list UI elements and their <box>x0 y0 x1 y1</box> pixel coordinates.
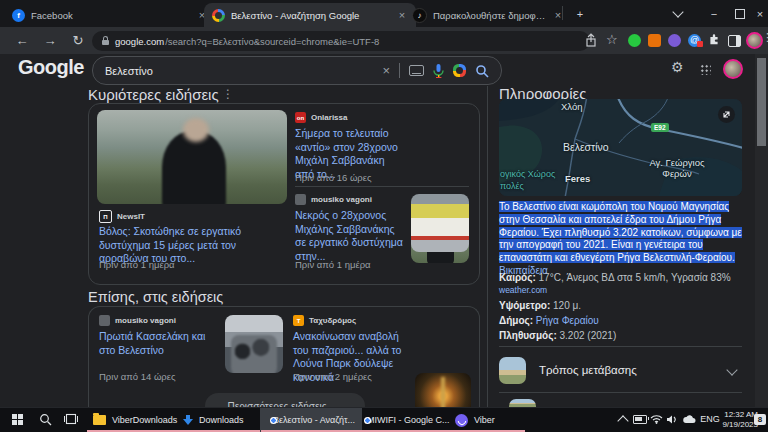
article-title[interactable]: Νεκρός ο 28χρονος Μιχάλης Σαββανάκης σε … <box>295 209 405 263</box>
taskbar-search-icon[interactable] <box>32 407 58 431</box>
article-time: Πριν από 2 ημέρες <box>293 371 372 382</box>
browser-profile-avatar[interactable] <box>746 32 763 49</box>
settings-gear-icon[interactable]: ⚙ <box>671 59 684 75</box>
window-chevron-icon[interactable] <box>664 0 692 27</box>
municipality-link[interactable]: Ρήγα Φεραίου <box>536 315 599 326</box>
battery-icon[interactable] <box>632 407 648 431</box>
source-name: mousiko vagoni <box>115 316 176 325</box>
fact-population: Πληθυσμός: 3.202 (2021) <box>499 330 616 341</box>
fact-municipality: Δήμος: Ρήγα Φεραίου <box>499 315 599 326</box>
voice-search-icon[interactable] <box>433 64 444 78</box>
extension-green-icon[interactable] <box>628 34 641 47</box>
speaker-icon[interactable] <box>664 407 679 431</box>
browser-menu-kebab-icon[interactable]: ⋮ <box>762 31 768 44</box>
map[interactable]: Χλόη Βελεστίνο Αγ. Γεώργιος Φερών Feres … <box>499 99 742 196</box>
map-graphic <box>499 99 742 196</box>
screen: f Facebook × Βελεστίνο - Αναζήτηση Googl… <box>0 0 768 432</box>
tab-title: Παρακολουθήστε δημοφιλή βίν <box>433 10 546 21</box>
weather-source-link[interactable]: weather.com <box>499 285 547 295</box>
fact-weather: Καιρός: 17°C, Άνεμος ΒΔ στα 5 km/h, Υγρα… <box>499 272 731 283</box>
article-thumbnail[interactable] <box>411 194 469 252</box>
action-center-icon[interactable]: 8 <box>752 407 768 431</box>
fact-label: Πληθυσμός: <box>499 330 557 341</box>
app-label: ViberDownloads <box>112 415 177 425</box>
share-icon[interactable] <box>584 33 598 48</box>
search-query[interactable]: Βελεστίνο <box>105 65 373 77</box>
mousiko-vagoni-icon <box>99 315 110 326</box>
window-maximize-button[interactable] <box>726 0 754 27</box>
forward-icon[interactable]: → <box>40 31 60 51</box>
google-apps-grid-icon[interactable] <box>700 64 711 75</box>
wifi-icon[interactable] <box>649 407 664 431</box>
taskbar-app-downloads[interactable]: Downloads <box>176 408 270 432</box>
directions-label: Τρόπος μετάβασης <box>539 364 715 376</box>
taskbar-app-chrome-miwifi[interactable]: MIWIFI - Google C... <box>354 408 456 432</box>
map-label-town: Feres <box>565 173 590 184</box>
folder-icon <box>93 415 106 425</box>
refresh-icon[interactable]: ↻ <box>68 31 88 51</box>
tab-separator <box>562 6 563 20</box>
google-lens-icon[interactable] <box>453 64 466 77</box>
source-name: NewsIT <box>117 212 145 221</box>
map-expand-icon[interactable] <box>718 106 735 123</box>
article-title[interactable]: Πρωτιά Κασσελάκη και στο Βελεστίνο <box>99 330 221 357</box>
map-label-main: Βελεστίνο <box>563 141 609 153</box>
heading-kebab-icon[interactable]: ⋮ <box>222 87 234 101</box>
taskbar-app-viber[interactable]: Viber <box>448 408 526 432</box>
account-avatar[interactable] <box>723 59 743 79</box>
address-bar[interactable]: google.com /search?q=Βελεστίνο&sourceid=… <box>92 31 590 51</box>
tab-google-search[interactable]: Βελεστίνο - Αναζήτηση Google × <box>204 3 416 27</box>
search-box[interactable]: Βελεστίνο × <box>92 56 502 85</box>
source-row: T Ταχυδρόμος <box>293 315 356 326</box>
window-close-button[interactable]: × <box>752 0 768 27</box>
tab-tiktok[interactable]: ♪ Παρακολουθήστε δημοφιλή βίν × <box>404 3 572 27</box>
tab-title: Βελεστίνο - Αναζήτηση Google <box>231 10 390 21</box>
language-indicator[interactable]: ENG <box>698 407 722 431</box>
task-view-icon[interactable] <box>58 407 84 431</box>
new-tab-button[interactable]: + <box>568 0 592 27</box>
source-name: mousiko vagoni <box>311 195 372 204</box>
app-label: Downloads <box>199 415 244 425</box>
extension-orange-icon[interactable] <box>648 34 661 47</box>
taskbar-app-chrome-velestino[interactable]: Βελεστίνο - Αναζήτ... <box>260 408 362 432</box>
back-icon[interactable]: ← <box>12 31 32 51</box>
source-row: Π NewsIT <box>99 210 145 223</box>
app-label: Βελεστίνο - Αναζήτ... <box>273 415 355 425</box>
viber-icon <box>455 414 468 427</box>
google-logo[interactable]: Google <box>18 56 84 79</box>
source-name: Onlarissa <box>311 113 347 122</box>
search-submit-icon[interactable] <box>475 64 489 78</box>
description: Το Βελεστίνο είναι κωμόπολη του Νομού Μα… <box>499 201 745 278</box>
article-time: Πριν από 1 ημέρα <box>99 259 175 270</box>
start-button[interactable] <box>4 407 30 431</box>
download-icon <box>183 419 193 425</box>
extensions-puzzle-icon[interactable] <box>708 33 722 47</box>
map-label-area: ογικός Χώρος <box>500 169 555 179</box>
side-panel-icon[interactable] <box>728 35 741 47</box>
fact-label: Δήμος: <box>499 315 533 326</box>
tiktok-icon: ♪ <box>412 8 427 23</box>
lead-story-image[interactable] <box>97 110 287 204</box>
article-time: Πριν από 16 ώρες <box>295 172 372 183</box>
next-row-thumbnail-cut <box>509 399 536 407</box>
scrollbar-thumb[interactable] <box>757 58 766 146</box>
facebook-icon: f <box>12 9 25 22</box>
divider <box>295 186 469 187</box>
directions-thumbnail <box>499 357 526 384</box>
window-minimize-button[interactable]: − <box>700 0 728 27</box>
article-thumbnail[interactable] <box>225 315 283 373</box>
keyboard-icon[interactable] <box>409 65 424 76</box>
clear-search-icon[interactable]: × <box>382 63 390 78</box>
fact-value: 3.202 (2021) <box>560 330 617 341</box>
windows-logo-icon <box>12 414 23 425</box>
onedrive-cloud-icon[interactable] <box>680 407 697 431</box>
tab-facebook[interactable]: f Facebook × <box>4 3 216 27</box>
newsit-icon: Π <box>99 210 112 223</box>
directions-row[interactable]: Τρόπος μετάβασης <box>499 354 742 386</box>
onlarissa-icon: on <box>295 112 306 123</box>
mousiko-vagoni-icon <box>295 194 306 205</box>
tray-chevron-up-icon[interactable] <box>616 407 630 431</box>
extension-purple-icon[interactable] <box>668 34 681 47</box>
taskbar-app-viberdownloads[interactable]: ViberDownloads <box>86 408 186 432</box>
bookmark-star-icon[interactable]: ☆ <box>606 32 618 47</box>
